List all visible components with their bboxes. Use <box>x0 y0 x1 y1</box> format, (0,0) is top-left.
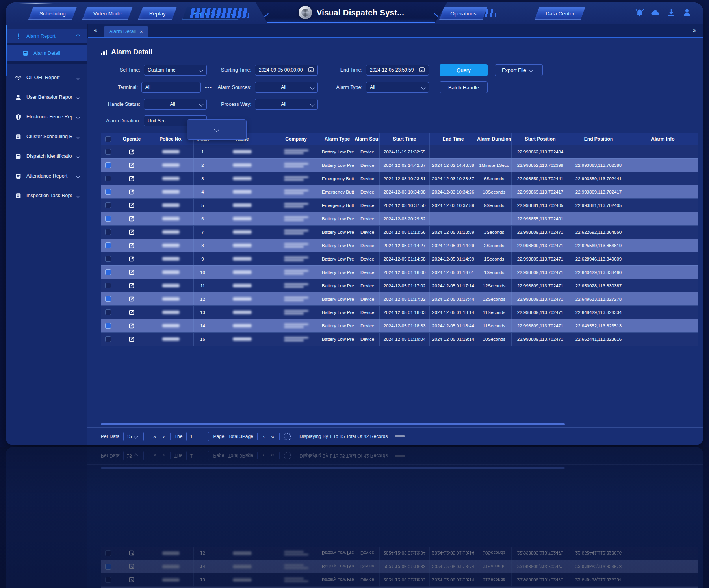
nav-item-scheduling[interactable]: Scheduling <box>28 7 77 20</box>
operate-edit-button[interactable] <box>115 292 148 305</box>
chart-bars-icon <box>101 50 107 56</box>
page-label: Page <box>213 434 224 439</box>
operate-edit-button[interactable] <box>115 212 148 225</box>
end-time-input[interactable]: 2024-12-05 23:59:59 <box>366 65 429 76</box>
alarm-bell-icon[interactable] <box>635 8 644 17</box>
row-checkbox[interactable] <box>105 296 111 302</box>
alarm-sources-select[interactable]: All <box>255 82 318 93</box>
operate-edit-button[interactable] <box>115 226 148 239</box>
end-time-cell <box>430 212 477 225</box>
name-redacted <box>233 244 252 247</box>
handle-status-label: Handle Status: <box>101 102 140 107</box>
terminal-more-button[interactable]: ••• <box>205 84 212 91</box>
operate-edit-button[interactable] <box>115 159 148 172</box>
end-position-cell: 22.993863,113.702388 <box>569 159 628 172</box>
sidebar-item-dispatch-identification[interactable]: Dispatch Identification... <box>6 149 87 163</box>
tab-alarm-detail[interactable]: Alarm Detail × <box>104 26 148 37</box>
start-time-cell: 2024-12-05 01:14:58 <box>380 252 430 265</box>
select-all-checkbox[interactable] <box>105 136 111 142</box>
alarm-duration-dropdown[interactable] <box>187 119 247 140</box>
nav-item-replay[interactable]: Replay <box>138 7 177 20</box>
operate-edit-button[interactable] <box>115 252 148 265</box>
row-checkbox[interactable] <box>105 176 111 181</box>
operate-edit-button[interactable] <box>115 333 148 346</box>
collapse-tabs-right-icon[interactable]: » <box>693 27 696 34</box>
filter-row-3: Handle Status: All Process Way: All <box>101 99 703 110</box>
alarm-duration-cell <box>477 212 512 225</box>
starting-time-input[interactable]: 2024-09-05 00:00:00 <box>255 65 318 76</box>
alarm-duration-cell: 18Seconds <box>477 185 512 198</box>
collapse-tabs-left-icon[interactable]: « <box>94 27 97 34</box>
police-no-redacted <box>162 297 180 301</box>
per-data-select[interactable]: 15 <box>123 432 144 441</box>
row-checkbox[interactable] <box>105 189 111 195</box>
starting-time-label: Starting Time: <box>212 67 251 73</box>
handle-status-select[interactable]: All <box>144 99 207 110</box>
sidebar-subitem-alarm-detail[interactable]: Alarm Detail <box>6 45 87 61</box>
row-checkbox[interactable] <box>105 229 111 235</box>
alarm-type-cell: Battery Low Pre <box>319 306 355 319</box>
row-checkbox[interactable] <box>105 242 111 248</box>
filter-alarm-type: Alarm Type: All <box>323 82 434 93</box>
row-checkbox[interactable] <box>105 256 111 262</box>
close-tab-icon[interactable]: × <box>140 29 143 35</box>
page-number-input[interactable] <box>186 432 209 441</box>
end-position-cell: 22.652441,113.823616 <box>569 333 628 346</box>
shield-icon <box>15 114 22 120</box>
terminal-input[interactable]: All <box>141 82 201 93</box>
row-checkbox[interactable] <box>105 149 111 155</box>
company-redacted <box>284 216 308 221</box>
row-checkbox[interactable] <box>105 269 111 275</box>
alarm-source-cell: Device <box>355 279 380 292</box>
sidebar-item-electronic-fence-report[interactable]: Electronic Fence Report <box>6 110 87 124</box>
company-redacted <box>284 337 308 341</box>
row-checkbox[interactable] <box>105 202 111 208</box>
download-icon[interactable] <box>666 8 676 17</box>
alarm-type-select[interactable]: All <box>366 82 429 93</box>
row-checkbox[interactable] <box>105 216 111 222</box>
user-icon[interactable] <box>682 8 692 17</box>
export-file-button[interactable]: Export File <box>495 64 543 76</box>
nav-item-video-mode[interactable]: Video Mode <box>82 7 133 20</box>
sel-time-select[interactable]: Custom Time <box>144 65 207 76</box>
alarm-info-cell <box>628 159 698 172</box>
operate-edit-button[interactable] <box>115 279 148 292</box>
process-way-select[interactable]: All <box>255 99 318 110</box>
nav-item-data-center[interactable]: Data Center <box>535 7 585 20</box>
sidebar-item-user-behavior-report[interactable]: User Behavior Report <box>6 90 87 104</box>
row-checkbox[interactable] <box>105 283 111 288</box>
sidebar-item-ol-ofl-report[interactable]: OL OFL Report <box>6 70 87 85</box>
start-time-cell: 2024-12-05 01:17:02 <box>380 279 430 292</box>
operate-edit-button[interactable] <box>115 266 148 279</box>
start-position-cell: 22.993809,113.702471 <box>512 239 569 252</box>
operate-edit-button[interactable] <box>115 319 148 332</box>
horizontal-scrollbar[interactable] <box>101 423 565 425</box>
app-logo <box>299 6 312 19</box>
resize-handle[interactable] <box>395 435 405 437</box>
row-checkbox[interactable] <box>105 336 111 342</box>
sidebar-item-inspection-task-report[interactable]: Inspection Task Report <box>6 189 87 203</box>
operate-edit-button[interactable] <box>115 172 148 185</box>
last-page-button[interactable]: » <box>270 434 275 440</box>
sidebar-item-alarm-report[interactable]: Alarm Report <box>6 29 87 43</box>
end-time-cell: 2024-12-05 01:13:59 <box>430 226 477 239</box>
cloud-icon[interactable] <box>651 8 660 17</box>
alarm-duration-cell <box>477 145 512 158</box>
prev-page-button[interactable]: ‹ <box>162 434 166 440</box>
operate-edit-button[interactable] <box>115 185 148 198</box>
first-page-button[interactable]: « <box>152 434 158 440</box>
row-checkbox[interactable] <box>105 162 111 168</box>
row-checkbox[interactable] <box>105 309 111 315</box>
operate-edit-button[interactable] <box>115 239 148 252</box>
row-checkbox[interactable] <box>105 323 111 329</box>
operate-edit-button[interactable] <box>115 145 148 158</box>
query-button[interactable]: Query <box>440 64 488 76</box>
end-position-cell <box>569 145 628 158</box>
operate-edit-button[interactable] <box>115 306 148 319</box>
sidebar-item-cluster-scheduling-r[interactable]: Cluster Scheduling R... <box>6 129 87 144</box>
nav-item-operations[interactable]: Operations <box>439 7 487 20</box>
batch-handle-button[interactable]: Batch Handle <box>440 81 488 93</box>
sidebar-item-attendance-report[interactable]: Attendance Report <box>6 169 87 183</box>
next-page-button[interactable]: › <box>262 434 266 440</box>
operate-edit-button[interactable] <box>115 199 148 212</box>
